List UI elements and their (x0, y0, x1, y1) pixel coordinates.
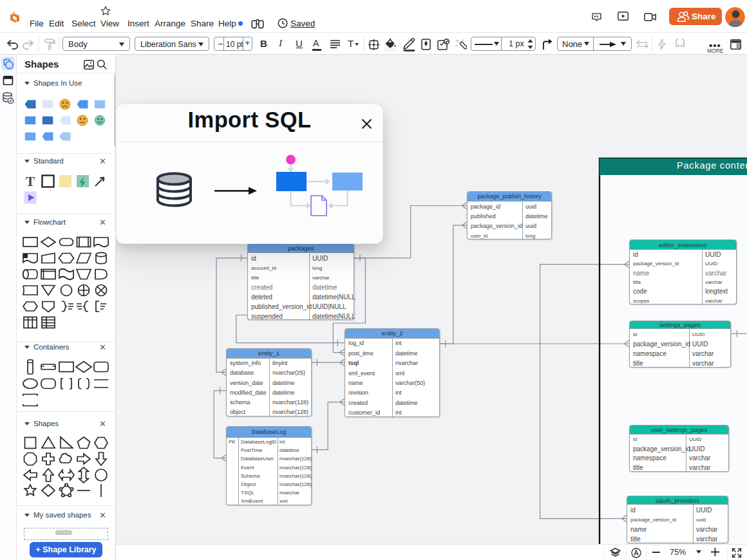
svg-text:T: T (26, 174, 35, 189)
